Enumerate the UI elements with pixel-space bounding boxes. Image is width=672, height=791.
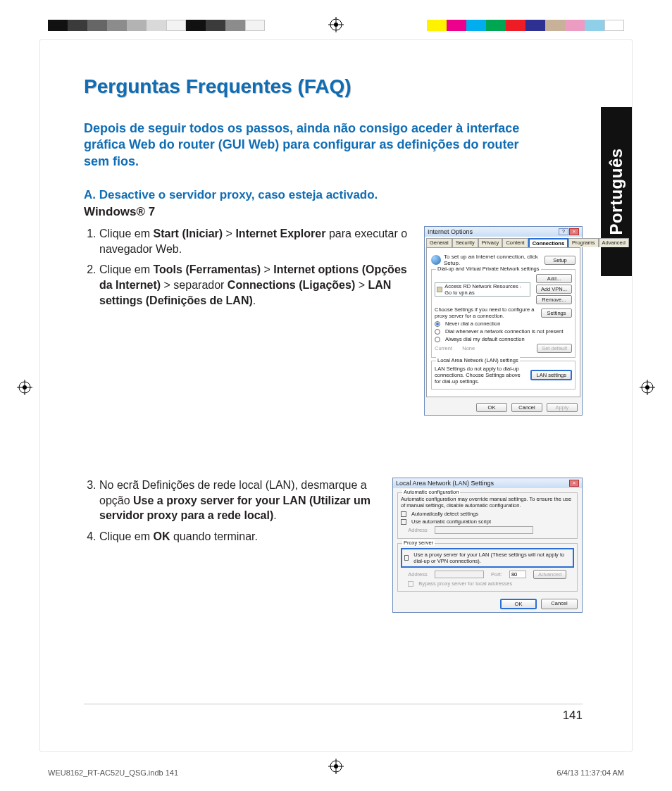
ok-button[interactable]: OK	[476, 403, 507, 412]
set-default-button[interactable]: Set default	[537, 344, 572, 353]
step-4: Clique em OK quando terminar.	[99, 529, 382, 544]
language-tab-label: Português	[606, 148, 626, 235]
tab-privacy[interactable]: Privacy	[478, 238, 503, 247]
auto-address-field	[435, 526, 533, 534]
step-1: Clique em Start (Iniciar) > Internet Exp…	[99, 226, 414, 256]
step-3: No ecrã Definições de rede local (LAN), …	[99, 478, 382, 523]
tab-programs[interactable]: Programs	[568, 238, 599, 247]
auto-script-checkbox[interactable]	[401, 519, 406, 525]
bypass-checkbox	[408, 581, 413, 587]
lan-settings-button[interactable]: LAN settings	[530, 370, 572, 380]
setup-button[interactable]: Setup	[545, 256, 575, 265]
tab-content[interactable]: Content	[502, 238, 528, 247]
print-footer-filename: WEU8162_RT-AC52U_QSG.indb 141	[48, 768, 178, 777]
proxy-highlight: Use a proxy server for your LAN (These s…	[401, 548, 574, 568]
vpn-group: Dial-up and Virtual Private Network sett…	[431, 269, 575, 358]
dial-when-radio[interactable]	[435, 329, 440, 335]
footer-rule	[84, 704, 583, 704]
print-footer-timestamp: 6/4/13 11:37:04 AM	[557, 768, 624, 777]
never-dial-radio[interactable]	[435, 321, 440, 327]
page-title: Perguntas Frequentes (FAQ)	[84, 75, 583, 98]
apply-button[interactable]: Apply	[547, 403, 578, 412]
use-proxy-checkbox[interactable]	[404, 555, 409, 561]
tab-security[interactable]: Security	[452, 238, 478, 247]
cancel-button[interactable]: Cancel	[511, 403, 542, 412]
proxy-group: Proxy server Use a proxy server for your…	[397, 543, 578, 592]
page-frame: Português Perguntas Frequentes (FAQ) Dep…	[39, 39, 633, 752]
registration-mark-icon	[640, 380, 655, 395]
os-subheading: Windows® 7	[84, 205, 583, 219]
tab-general[interactable]: General	[426, 238, 452, 247]
globe-icon	[431, 255, 441, 265]
remove-button[interactable]: Remove...	[536, 295, 572, 304]
step-2: Clique em Tools (Ferramentas) > Internet…	[99, 262, 414, 308]
dialog-title: Internet Options	[428, 228, 473, 235]
auto-config-group: Automatic configuration Automatic config…	[397, 492, 578, 539]
ok-button[interactable]: OK	[500, 599, 537, 609]
proxy-address-field	[435, 571, 484, 578]
dialog-title: Local Area Network (LAN) Settings	[396, 480, 494, 487]
registration-mark-icon	[328, 17, 344, 32]
always-dial-radio[interactable]	[435, 337, 440, 342]
page-number: 141	[563, 709, 583, 723]
tab-advanced[interactable]: Advanced	[599, 238, 629, 247]
advanced-button[interactable]: Advanced	[533, 570, 566, 579]
lan-group: Local Area Network (LAN) settings LAN Se…	[431, 361, 575, 390]
vpn-listbox[interactable]: Access RD Network Resources - Go to vpn.…	[435, 282, 530, 297]
add-vpn-button[interactable]: Add VPN...	[536, 285, 572, 294]
page-content: Perguntas Frequentes (FAQ) Depois de seg…	[84, 75, 583, 696]
registration-mark-icon	[17, 380, 32, 395]
auto-detect-checkbox[interactable]	[401, 511, 406, 517]
language-tab: Português	[601, 107, 632, 276]
network-icon	[437, 287, 442, 292]
help-icon[interactable]: ?	[559, 228, 568, 235]
close-icon[interactable]: ×	[569, 480, 579, 487]
add-button[interactable]: Add...	[536, 274, 572, 283]
proxy-port-field[interactable]	[509, 571, 526, 578]
color-swatches	[427, 20, 624, 31]
print-footer: WEU8162_RT-AC52U_QSG.indb 141 6/4/13 11:…	[48, 768, 624, 777]
lan-settings-dialog: Local Area Network (LAN) Settings × Auto…	[392, 478, 583, 613]
close-icon[interactable]: ×	[569, 228, 579, 235]
intro-text: Depois de seguir todos os passos, ainda …	[84, 120, 521, 170]
grayscale-swatches	[48, 20, 265, 31]
tab-connections[interactable]: Connections	[528, 238, 568, 247]
section-a-heading: A. Desactive o servidor proxy, caso este…	[84, 188, 583, 202]
cancel-button[interactable]: Cancel	[541, 599, 578, 609]
settings-button[interactable]: Settings	[541, 309, 572, 318]
internet-options-dialog: Internet Options ? × General Security Pr…	[424, 226, 583, 416]
